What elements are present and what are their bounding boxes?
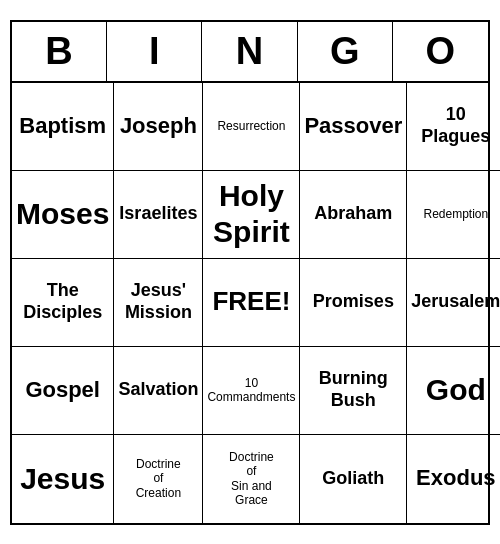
bingo-cell-7: HolySpirit [203,171,300,259]
bingo-cell-5: Moses [12,171,114,259]
bingo-cell-8: Abraham [300,171,407,259]
cell-text-23: Goliath [322,468,384,490]
cell-text-7: HolySpirit [213,178,290,250]
bingo-cell-3: Passover [300,83,407,171]
bingo-cell-22: DoctrineofSin andGrace [203,435,300,523]
cell-text-6: Israelites [119,203,197,225]
bingo-cell-24: Exodus [407,435,500,523]
cell-text-9: Redemption [423,207,488,221]
cell-text-20: Jesus [20,461,105,497]
cell-text-21: DoctrineofCreation [136,457,181,500]
cell-text-2: Resurrection [217,119,285,133]
cell-text-14: Jerusalem [411,291,500,313]
bingo-cell-20: Jesus [12,435,114,523]
cell-text-4: 10Plagues [421,104,490,147]
cell-text-8: Abraham [314,203,392,225]
bingo-card: BINGO BaptismJosephResurrectionPassover1… [10,20,490,525]
bingo-cell-23: Goliath [300,435,407,523]
bingo-cell-14: Jerusalem [407,259,500,347]
bingo-cell-21: DoctrineofCreation [114,435,203,523]
bingo-cell-19: God [407,347,500,435]
header-letter-N: N [202,22,297,81]
bingo-cell-18: BurningBush [300,347,407,435]
bingo-cell-17: 10Commandments [203,347,300,435]
cell-text-16: Salvation [118,379,198,401]
cell-text-17: 10Commandments [207,376,295,405]
bingo-cell-2: Resurrection [203,83,300,171]
cell-text-19: God [426,372,486,408]
bingo-cell-12: FREE! [203,259,300,347]
bingo-cell-9: Redemption [407,171,500,259]
bingo-header: BINGO [12,22,488,83]
cell-text-0: Baptism [19,113,106,139]
cell-text-1: Joseph [120,113,197,139]
cell-text-18: BurningBush [319,368,388,411]
cell-text-13: Promises [313,291,394,313]
bingo-cell-13: Promises [300,259,407,347]
bingo-grid: BaptismJosephResurrectionPassover10Plagu… [12,83,488,523]
cell-text-22: DoctrineofSin andGrace [229,450,274,508]
bingo-cell-15: Gospel [12,347,114,435]
bingo-cell-10: TheDisciples [12,259,114,347]
cell-text-3: Passover [304,113,402,139]
cell-text-24: Exodus [416,465,495,491]
cell-text-10: TheDisciples [23,280,102,323]
bingo-cell-11: Jesus'Mission [114,259,203,347]
header-letter-I: I [107,22,202,81]
bingo-cell-4: 10Plagues [407,83,500,171]
bingo-cell-16: Salvation [114,347,203,435]
cell-text-12: FREE! [212,286,290,317]
header-letter-O: O [393,22,488,81]
bingo-cell-6: Israelites [114,171,203,259]
cell-text-11: Jesus'Mission [125,280,192,323]
cell-text-15: Gospel [25,377,100,403]
bingo-cell-0: Baptism [12,83,114,171]
bingo-cell-1: Joseph [114,83,203,171]
cell-text-5: Moses [16,196,109,232]
header-letter-G: G [298,22,393,81]
header-letter-B: B [12,22,107,81]
